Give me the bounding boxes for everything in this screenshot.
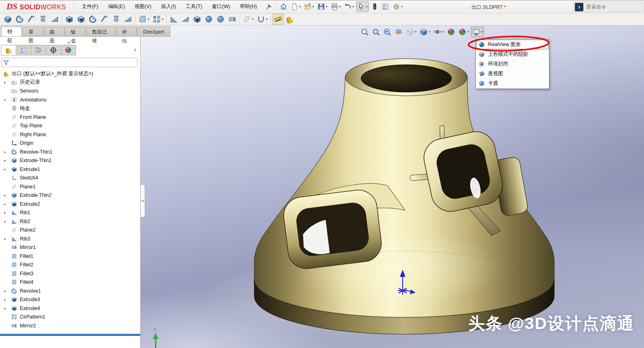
- dropdown-caret-icon[interactable]: ▾: [252, 18, 253, 21]
- dropdown-caret-icon[interactable]: ▾: [299, 5, 301, 8]
- tree-item[interactable]: Sketch4: [0, 174, 140, 183]
- ribbon-tab[interactable]: 草图: [22, 27, 43, 36]
- menu-item[interactable]: 文件(F): [77, 1, 103, 12]
- tree-item[interactable]: ▸ Extrude-Thin1: [0, 156, 140, 165]
- feature-tool-button[interactable]: [192, 14, 203, 25]
- headsup-tool-button[interactable]: ▾: [405, 27, 418, 37]
- dropdown-caret-icon[interactable]: ▾: [312, 5, 314, 8]
- headsup-tool-button[interactable]: ▾: [432, 27, 445, 37]
- view-settings-menu-item[interactable]: 上色模式中的阴影: [476, 49, 549, 59]
- dropdown-caret-icon[interactable]: ▾: [326, 5, 327, 8]
- expand-arrow-icon[interactable]: ▸: [3, 237, 7, 241]
- ribbon-tab[interactable]: 数据迁移: [86, 27, 116, 36]
- tree-item[interactable]: Mirror2: [0, 321, 140, 330]
- tree-item[interactable]: Plane2: [0, 226, 140, 235]
- headsup-tool-button[interactable]: ▾: [418, 27, 431, 37]
- feature-tool-button[interactable]: [122, 14, 133, 25]
- ribbon-tab[interactable]: 评估: [116, 27, 137, 36]
- tree-item[interactable]: ▸ Extrude1: [0, 165, 140, 174]
- expand-arrow-icon[interactable]: ▸: [3, 202, 7, 206]
- dropdown-caret-icon[interactable]: ▾: [266, 18, 268, 21]
- headsup-tool-button[interactable]: [371, 27, 381, 37]
- menu-item[interactable]: 帮助(H): [235, 1, 262, 12]
- feature-tool-button[interactable]: [49, 14, 60, 25]
- tree-item[interactable]: ▸ Extrude3: [0, 295, 140, 304]
- dropdown-caret-icon[interactable]: ▾: [442, 30, 444, 34]
- quick-tool-button[interactable]: ▾: [316, 2, 329, 12]
- quick-tool-button[interactable]: ▾: [391, 2, 404, 12]
- expand-arrow-icon[interactable]: ▸: [3, 211, 7, 215]
- panel-splitter[interactable]: [141, 184, 145, 217]
- dropdown-caret-icon[interactable]: ▾: [415, 30, 416, 34]
- ribbon-tab[interactable]: 特征: [1, 27, 22, 36]
- expand-arrow-icon[interactable]: ▸: [3, 150, 7, 154]
- tree-item[interactable]: ▸ Rib1: [0, 209, 140, 217]
- feature-tool-button[interactable]: [284, 14, 295, 25]
- view-settings-menu-item[interactable]: RealView 图形: [476, 40, 549, 49]
- feature-tool-button[interactable]: [99, 14, 110, 25]
- menu-item[interactable]: 窗口(W): [207, 1, 235, 12]
- dropdown-caret-icon[interactable]: ▾: [366, 5, 367, 8]
- tree-item[interactable]: Mirror1: [0, 243, 140, 252]
- bell-part[interactable]: Y: [153, 59, 554, 348]
- tree-item[interactable]: ▸ Extrude4: [0, 304, 140, 313]
- feature-tool-button[interactable]: ▾: [241, 14, 255, 25]
- panel-splitter-handle[interactable]: [68, 41, 70, 44]
- quick-tool-button[interactable]: ▾: [343, 2, 355, 12]
- feature-tool-button[interactable]: [215, 14, 226, 25]
- search-input[interactable]: [585, 4, 639, 10]
- dropdown-caret-icon[interactable]: ▾: [467, 30, 469, 34]
- quick-tool-button[interactable]: [380, 2, 391, 12]
- tree-item[interactable]: ▸ Extrude-Thin2: [0, 191, 140, 200]
- tree-item[interactable]: 纯金: [0, 104, 140, 113]
- expand-arrow-icon[interactable]: ▸: [3, 80, 7, 84]
- panel-tab[interactable]: [61, 45, 76, 55]
- feature-tool-button[interactable]: [272, 14, 283, 25]
- panel-expand-chevron-icon[interactable]: ›: [134, 46, 136, 54]
- view-settings-menu-item[interactable]: 环境封闭: [476, 59, 549, 69]
- headsup-tool-button[interactable]: [382, 27, 393, 37]
- headsup-tool-button[interactable]: [359, 27, 370, 37]
- expand-arrow-icon[interactable]: ▸: [3, 98, 7, 102]
- feature-tool-button[interactable]: [180, 14, 191, 25]
- feature-tool-button[interactable]: [168, 14, 179, 25]
- dropdown-caret-icon[interactable]: ▾: [429, 30, 430, 34]
- menu-item[interactable]: 视图(V): [130, 1, 156, 12]
- dropdown-caret-icon[interactable]: ▾: [162, 18, 163, 21]
- dropdown-caret-icon[interactable]: ▾: [481, 30, 483, 34]
- search-commands-icon[interactable]: ›: [575, 3, 583, 11]
- panel-tab[interactable]: [16, 45, 31, 55]
- tree-item[interactable]: Front Plane: [0, 113, 140, 122]
- tree-item[interactable]: Fillet3: [0, 269, 140, 278]
- quick-tool-button[interactable]: ▾: [356, 2, 369, 12]
- command-search-box[interactable]: ›: [574, 2, 643, 12]
- panel-tab[interactable]: [1, 45, 16, 55]
- expand-arrow-icon[interactable]: ▸: [3, 219, 7, 224]
- feature-tool-button[interactable]: ▾: [255, 14, 269, 25]
- menu-item[interactable]: 插入(I): [156, 1, 181, 12]
- expand-arrow-icon[interactable]: ▸: [3, 289, 7, 293]
- quick-tool-button[interactable]: ▾: [289, 2, 302, 12]
- feature-tool-button[interactable]: [38, 14, 49, 25]
- panel-tab[interactable]: [46, 45, 61, 55]
- tree-item[interactable]: Fillet4: [0, 278, 140, 287]
- view-settings-menu-item[interactable]: 卡通: [476, 78, 549, 88]
- tree-item[interactable]: Right Plane: [0, 130, 140, 139]
- tree-item[interactable]: ▸ Revolve-Thin1: [0, 148, 140, 156]
- dropdown-caret-icon[interactable]: ▾: [353, 5, 354, 8]
- feature-tool-button[interactable]: [2, 14, 13, 25]
- expand-arrow-icon[interactable]: ▸: [3, 306, 7, 310]
- headsup-tool-button[interactable]: ▾: [471, 27, 484, 37]
- expand-arrow-icon[interactable]: ▸: [3, 167, 7, 171]
- expand-arrow-icon[interactable]: ▸: [3, 158, 7, 162]
- feature-tool-button[interactable]: [64, 14, 75, 25]
- quick-tool-button[interactable]: ▾: [303, 2, 315, 12]
- tree-item[interactable]: ▸ 历史记录: [0, 78, 140, 87]
- tree-root-item[interactable]: 出口 (默认<<默认>_外观 显示状态>): [0, 69, 140, 78]
- headsup-tool-button[interactable]: [393, 27, 404, 37]
- view-settings-menu-item[interactable]: 透视图: [476, 69, 549, 78]
- tree-item[interactable]: ▸ Extrude2: [0, 200, 140, 209]
- headsup-tool-button[interactable]: ▾: [457, 27, 470, 37]
- menu-item[interactable]: 编辑(E): [103, 1, 130, 12]
- ribbon-tab[interactable]: DimXpert: [137, 27, 170, 36]
